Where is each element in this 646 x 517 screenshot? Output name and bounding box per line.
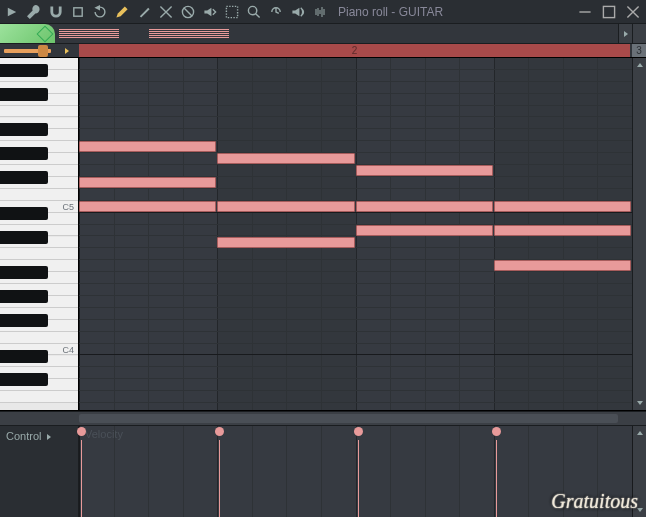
time-selection-bar[interactable]: 2 xyxy=(79,44,630,57)
black-key[interactable] xyxy=(0,123,48,136)
black-key[interactable] xyxy=(0,373,48,386)
timeline-ruler[interactable]: 2 3 xyxy=(79,44,646,57)
midi-note[interactable] xyxy=(494,260,631,271)
velocity-bar[interactable] xyxy=(496,440,497,517)
black-key[interactable] xyxy=(0,171,48,184)
velocity-panel[interactable]: Velocity xyxy=(79,426,632,517)
black-key[interactable] xyxy=(0,64,48,77)
select-icon[interactable] xyxy=(224,4,240,20)
midi-note[interactable] xyxy=(356,225,493,236)
key-label-c5: C5 xyxy=(62,202,74,212)
horizontal-scrollbar[interactable] xyxy=(0,411,646,425)
piano-key[interactable] xyxy=(0,332,78,344)
overview-scroll-right[interactable] xyxy=(618,24,632,43)
overview-corner xyxy=(632,24,646,43)
midi-note[interactable] xyxy=(356,165,493,176)
black-key[interactable] xyxy=(0,207,48,220)
control-section: Control Velocity xyxy=(0,425,646,517)
black-key[interactable] xyxy=(0,266,48,279)
slice-icon[interactable] xyxy=(158,4,174,20)
midi-note[interactable] xyxy=(79,141,216,152)
velocity-handle[interactable] xyxy=(354,427,363,436)
black-key[interactable] xyxy=(0,290,48,303)
window-controls xyxy=(576,5,642,19)
timeline-left xyxy=(0,44,79,57)
watermark: Gratuitous xyxy=(551,490,638,513)
midi-note[interactable] xyxy=(217,237,354,248)
midi-note[interactable] xyxy=(217,201,354,212)
zoom-icon[interactable] xyxy=(246,4,262,20)
black-key[interactable] xyxy=(0,147,48,160)
velocity-handle[interactable] xyxy=(492,427,501,436)
key-label-c4: C4 xyxy=(62,345,74,355)
zoom-slider[interactable] xyxy=(0,44,55,57)
overview-panel[interactable] xyxy=(55,24,618,43)
velocity-label: Velocity xyxy=(85,428,123,440)
menu-arrow-icon[interactable] xyxy=(4,4,20,20)
audio-icon[interactable] xyxy=(290,4,306,20)
control-label[interactable]: Control xyxy=(0,426,79,517)
mute-icon[interactable] xyxy=(180,4,196,20)
hscroll-thumb[interactable] xyxy=(79,414,618,423)
control-label-text: Control xyxy=(6,430,41,513)
black-key[interactable] xyxy=(0,314,48,327)
bar-2-label: 2 xyxy=(352,45,358,56)
black-key[interactable] xyxy=(0,88,48,101)
black-key[interactable] xyxy=(0,231,48,244)
pencil-icon[interactable] xyxy=(114,4,130,20)
svg-rect-0 xyxy=(74,7,82,15)
piano-keyboard[interactable]: C5C4 xyxy=(0,58,79,410)
midi-note[interactable] xyxy=(79,201,216,212)
note-grid[interactable] xyxy=(79,58,632,410)
timeline-row: 2 3 xyxy=(0,44,646,58)
speaker-icon[interactable] xyxy=(202,4,218,20)
window-title[interactable]: Piano roll - GUITAR xyxy=(332,5,572,19)
ctrl-scroll-up-icon[interactable] xyxy=(633,426,646,440)
toolbar-icons xyxy=(4,4,328,20)
velocity-bar[interactable] xyxy=(219,440,220,517)
zoom-handle[interactable] xyxy=(38,45,48,57)
piano-key[interactable] xyxy=(0,391,78,403)
magnet-icon[interactable] xyxy=(48,4,64,20)
bar-3-label: 3 xyxy=(632,44,646,57)
marker-arrow-icon[interactable] xyxy=(55,46,79,56)
close-button[interactable] xyxy=(624,5,642,19)
toolbar-row xyxy=(0,24,646,44)
piano-key[interactable] xyxy=(0,106,78,118)
piano-roll-main: C5C4 xyxy=(0,58,646,411)
playback-icon[interactable] xyxy=(268,4,284,20)
control-dropdown-icon[interactable] xyxy=(45,430,53,513)
main-menu-tab[interactable] xyxy=(0,24,55,43)
velocity-bar[interactable] xyxy=(81,440,82,517)
midi-note[interactable] xyxy=(79,177,216,188)
midi-note[interactable] xyxy=(494,225,631,236)
svg-rect-2 xyxy=(226,6,237,17)
maximize-button[interactable] xyxy=(600,5,618,19)
velocity-bar[interactable] xyxy=(358,440,359,517)
brush-icon[interactable] xyxy=(136,4,152,20)
midi-note[interactable] xyxy=(356,201,493,212)
svg-rect-4 xyxy=(603,6,614,17)
piano-key[interactable] xyxy=(0,189,78,201)
stamp-icon[interactable] xyxy=(70,4,86,20)
velocity-handle[interactable] xyxy=(215,427,224,436)
scroll-down-icon[interactable] xyxy=(633,396,646,410)
vertical-scrollbar[interactable] xyxy=(632,58,646,410)
scroll-up-icon[interactable] xyxy=(633,58,646,72)
piano-key[interactable] xyxy=(0,248,78,260)
undo-icon[interactable] xyxy=(92,4,108,20)
midi-note[interactable] xyxy=(217,153,354,164)
midi-note[interactable] xyxy=(494,201,631,212)
minimize-button[interactable] xyxy=(576,5,594,19)
velocity-handle[interactable] xyxy=(77,427,86,436)
wrench-icon[interactable] xyxy=(26,4,42,20)
titlebar: Piano roll - GUITAR xyxy=(0,0,646,24)
black-key[interactable] xyxy=(0,350,48,363)
target-channel-icon[interactable] xyxy=(312,4,328,20)
